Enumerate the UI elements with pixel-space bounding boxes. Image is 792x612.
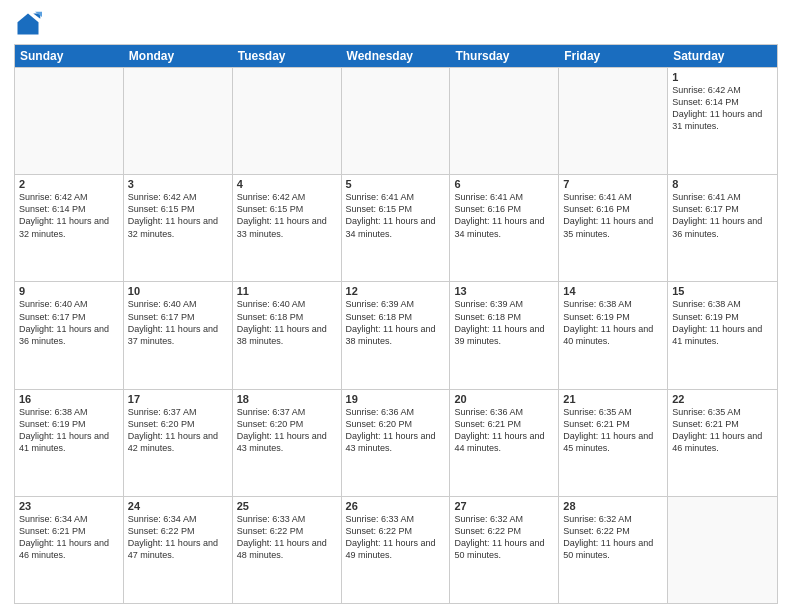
cal-cell-empty xyxy=(124,68,233,174)
cal-cell-day-18: 18Sunrise: 6:37 AM Sunset: 6:20 PM Dayli… xyxy=(233,390,342,496)
cal-cell-day-19: 19Sunrise: 6:36 AM Sunset: 6:20 PM Dayli… xyxy=(342,390,451,496)
cal-cell-day-5: 5Sunrise: 6:41 AM Sunset: 6:15 PM Daylig… xyxy=(342,175,451,281)
page: SundayMondayTuesdayWednesdayThursdayFrid… xyxy=(0,0,792,612)
cal-cell-empty xyxy=(450,68,559,174)
day-info: Sunrise: 6:37 AM Sunset: 6:20 PM Dayligh… xyxy=(237,406,337,455)
cal-cell-day-11: 11Sunrise: 6:40 AM Sunset: 6:18 PM Dayli… xyxy=(233,282,342,388)
cal-cell-day-27: 27Sunrise: 6:32 AM Sunset: 6:22 PM Dayli… xyxy=(450,497,559,603)
day-info: Sunrise: 6:38 AM Sunset: 6:19 PM Dayligh… xyxy=(672,298,773,347)
day-info: Sunrise: 6:42 AM Sunset: 6:14 PM Dayligh… xyxy=(19,191,119,240)
day-info: Sunrise: 6:34 AM Sunset: 6:22 PM Dayligh… xyxy=(128,513,228,562)
cal-row-3: 16Sunrise: 6:38 AM Sunset: 6:19 PM Dayli… xyxy=(15,389,777,496)
cal-cell-empty xyxy=(233,68,342,174)
day-number: 21 xyxy=(563,393,663,405)
day-info: Sunrise: 6:32 AM Sunset: 6:22 PM Dayligh… xyxy=(563,513,663,562)
cal-cell-day-13: 13Sunrise: 6:39 AM Sunset: 6:18 PM Dayli… xyxy=(450,282,559,388)
header-cell-monday: Monday xyxy=(124,45,233,67)
day-number: 8 xyxy=(672,178,773,190)
day-info: Sunrise: 6:42 AM Sunset: 6:15 PM Dayligh… xyxy=(237,191,337,240)
day-info: Sunrise: 6:35 AM Sunset: 6:21 PM Dayligh… xyxy=(563,406,663,455)
day-number: 16 xyxy=(19,393,119,405)
header-cell-wednesday: Wednesday xyxy=(342,45,451,67)
header-cell-saturday: Saturday xyxy=(668,45,777,67)
day-number: 26 xyxy=(346,500,446,512)
day-info: Sunrise: 6:36 AM Sunset: 6:20 PM Dayligh… xyxy=(346,406,446,455)
logo xyxy=(14,10,46,38)
day-number: 13 xyxy=(454,285,554,297)
cal-cell-empty xyxy=(342,68,451,174)
cal-cell-empty xyxy=(668,497,777,603)
day-info: Sunrise: 6:41 AM Sunset: 6:16 PM Dayligh… xyxy=(563,191,663,240)
day-number: 5 xyxy=(346,178,446,190)
day-number: 17 xyxy=(128,393,228,405)
cal-cell-day-21: 21Sunrise: 6:35 AM Sunset: 6:21 PM Dayli… xyxy=(559,390,668,496)
day-number: 3 xyxy=(128,178,228,190)
day-number: 1 xyxy=(672,71,773,83)
day-info: Sunrise: 6:36 AM Sunset: 6:21 PM Dayligh… xyxy=(454,406,554,455)
day-number: 23 xyxy=(19,500,119,512)
header-cell-sunday: Sunday xyxy=(15,45,124,67)
day-info: Sunrise: 6:40 AM Sunset: 6:17 PM Dayligh… xyxy=(128,298,228,347)
header-cell-tuesday: Tuesday xyxy=(233,45,342,67)
cal-cell-empty xyxy=(559,68,668,174)
header xyxy=(14,10,778,38)
day-number: 25 xyxy=(237,500,337,512)
day-number: 11 xyxy=(237,285,337,297)
calendar: SundayMondayTuesdayWednesdayThursdayFrid… xyxy=(14,44,778,604)
cal-cell-day-12: 12Sunrise: 6:39 AM Sunset: 6:18 PM Dayli… xyxy=(342,282,451,388)
svg-marker-0 xyxy=(18,14,39,35)
day-info: Sunrise: 6:42 AM Sunset: 6:15 PM Dayligh… xyxy=(128,191,228,240)
cal-row-2: 9Sunrise: 6:40 AM Sunset: 6:17 PM Daylig… xyxy=(15,281,777,388)
day-number: 20 xyxy=(454,393,554,405)
day-number: 27 xyxy=(454,500,554,512)
day-info: Sunrise: 6:41 AM Sunset: 6:16 PM Dayligh… xyxy=(454,191,554,240)
cal-cell-day-15: 15Sunrise: 6:38 AM Sunset: 6:19 PM Dayli… xyxy=(668,282,777,388)
cal-row-0: 1Sunrise: 6:42 AM Sunset: 6:14 PM Daylig… xyxy=(15,67,777,174)
day-number: 10 xyxy=(128,285,228,297)
cal-cell-day-17: 17Sunrise: 6:37 AM Sunset: 6:20 PM Dayli… xyxy=(124,390,233,496)
cal-cell-day-20: 20Sunrise: 6:36 AM Sunset: 6:21 PM Dayli… xyxy=(450,390,559,496)
day-info: Sunrise: 6:41 AM Sunset: 6:17 PM Dayligh… xyxy=(672,191,773,240)
cal-cell-day-24: 24Sunrise: 6:34 AM Sunset: 6:22 PM Dayli… xyxy=(124,497,233,603)
day-info: Sunrise: 6:37 AM Sunset: 6:20 PM Dayligh… xyxy=(128,406,228,455)
cal-cell-day-10: 10Sunrise: 6:40 AM Sunset: 6:17 PM Dayli… xyxy=(124,282,233,388)
cal-cell-day-23: 23Sunrise: 6:34 AM Sunset: 6:21 PM Dayli… xyxy=(15,497,124,603)
day-number: 4 xyxy=(237,178,337,190)
day-number: 24 xyxy=(128,500,228,512)
day-number: 6 xyxy=(454,178,554,190)
cal-cell-day-6: 6Sunrise: 6:41 AM Sunset: 6:16 PM Daylig… xyxy=(450,175,559,281)
day-number: 2 xyxy=(19,178,119,190)
cal-cell-day-8: 8Sunrise: 6:41 AM Sunset: 6:17 PM Daylig… xyxy=(668,175,777,281)
day-info: Sunrise: 6:38 AM Sunset: 6:19 PM Dayligh… xyxy=(19,406,119,455)
cal-cell-day-1: 1Sunrise: 6:42 AM Sunset: 6:14 PM Daylig… xyxy=(668,68,777,174)
day-number: 9 xyxy=(19,285,119,297)
day-info: Sunrise: 6:40 AM Sunset: 6:17 PM Dayligh… xyxy=(19,298,119,347)
day-info: Sunrise: 6:33 AM Sunset: 6:22 PM Dayligh… xyxy=(346,513,446,562)
day-info: Sunrise: 6:32 AM Sunset: 6:22 PM Dayligh… xyxy=(454,513,554,562)
day-info: Sunrise: 6:39 AM Sunset: 6:18 PM Dayligh… xyxy=(454,298,554,347)
cal-cell-day-22: 22Sunrise: 6:35 AM Sunset: 6:21 PM Dayli… xyxy=(668,390,777,496)
logo-icon xyxy=(14,10,42,38)
cal-cell-day-26: 26Sunrise: 6:33 AM Sunset: 6:22 PM Dayli… xyxy=(342,497,451,603)
cal-cell-day-25: 25Sunrise: 6:33 AM Sunset: 6:22 PM Dayli… xyxy=(233,497,342,603)
day-info: Sunrise: 6:40 AM Sunset: 6:18 PM Dayligh… xyxy=(237,298,337,347)
day-number: 28 xyxy=(563,500,663,512)
cal-cell-day-9: 9Sunrise: 6:40 AM Sunset: 6:17 PM Daylig… xyxy=(15,282,124,388)
day-number: 18 xyxy=(237,393,337,405)
day-number: 7 xyxy=(563,178,663,190)
day-number: 19 xyxy=(346,393,446,405)
day-number: 22 xyxy=(672,393,773,405)
day-number: 12 xyxy=(346,285,446,297)
day-info: Sunrise: 6:39 AM Sunset: 6:18 PM Dayligh… xyxy=(346,298,446,347)
cal-cell-day-14: 14Sunrise: 6:38 AM Sunset: 6:19 PM Dayli… xyxy=(559,282,668,388)
cal-cell-day-2: 2Sunrise: 6:42 AM Sunset: 6:14 PM Daylig… xyxy=(15,175,124,281)
header-cell-thursday: Thursday xyxy=(450,45,559,67)
calendar-body: 1Sunrise: 6:42 AM Sunset: 6:14 PM Daylig… xyxy=(15,67,777,603)
day-info: Sunrise: 6:35 AM Sunset: 6:21 PM Dayligh… xyxy=(672,406,773,455)
day-info: Sunrise: 6:38 AM Sunset: 6:19 PM Dayligh… xyxy=(563,298,663,347)
day-info: Sunrise: 6:42 AM Sunset: 6:14 PM Dayligh… xyxy=(672,84,773,133)
day-info: Sunrise: 6:41 AM Sunset: 6:15 PM Dayligh… xyxy=(346,191,446,240)
cal-row-1: 2Sunrise: 6:42 AM Sunset: 6:14 PM Daylig… xyxy=(15,174,777,281)
cal-cell-day-4: 4Sunrise: 6:42 AM Sunset: 6:15 PM Daylig… xyxy=(233,175,342,281)
cal-cell-day-28: 28Sunrise: 6:32 AM Sunset: 6:22 PM Dayli… xyxy=(559,497,668,603)
